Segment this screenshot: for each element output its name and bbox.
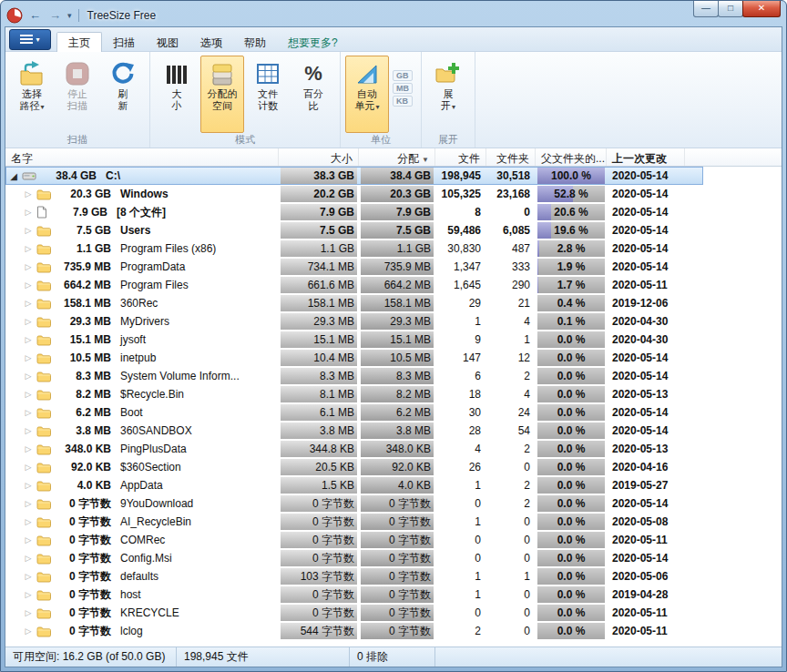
back-icon[interactable]: ← <box>27 8 43 22</box>
cell-allocated: 735.9 MB <box>359 258 435 276</box>
folder-icon <box>36 425 51 437</box>
expand-icon[interactable]: ▷ <box>24 317 33 326</box>
table-row[interactable]: ▷6.2 MBBoot6.1 MB6.2 MB30240.0 %2020-05-… <box>5 403 703 422</box>
auto-units-button[interactable]: 自动单元▾ <box>345 56 389 133</box>
expand-icon[interactable]: ▷ <box>24 590 33 599</box>
expand-icon[interactable]: ▷ <box>24 626 33 636</box>
toolbar-dropdown-icon[interactable]: ▾ <box>67 11 72 20</box>
expand-icon[interactable]: ▷ <box>24 572 33 581</box>
expand-icon[interactable]: ▷ <box>24 390 33 399</box>
table-row[interactable]: ▷158.1 MB360Rec158.1 MB158.1 MB29210.4 %… <box>5 294 703 312</box>
table-row[interactable]: ▷0 字节数KRECYCLE0 字节数0 字节数000.0 %2020-05-1… <box>5 604 703 622</box>
refresh-button[interactable]: 刷新 <box>101 56 145 133</box>
cell-allocated: 0 字节数 <box>359 585 435 604</box>
table-row[interactable]: ▷92.0 KB$360Section20.5 KB92.0 KB2600.0 … <box>5 458 703 476</box>
expand-icon[interactable]: ▷ <box>24 463 33 472</box>
table-row[interactable]: ▷0 字节数COMRec0 字节数0 字节数000.0 %2020-05-11 <box>5 531 703 549</box>
tab-scan[interactable]: 扫描 <box>102 33 146 54</box>
column-header-last-change[interactable]: 上一次更改 <box>607 148 685 166</box>
size-mode-button[interactable]: 大小 <box>155 56 199 133</box>
unit-kb-label[interactable]: KB <box>393 96 413 107</box>
expand-icon[interactable]: ▷ <box>24 554 33 563</box>
expand-icon[interactable]: ▷ <box>24 408 33 417</box>
allocated-space-button[interactable]: 分配的空间 <box>200 56 244 133</box>
cell-parent-pct: 0.0 % <box>536 567 607 585</box>
table-row[interactable]: ▷8.3 MBSystem Volume Inform...8.3 MB8.3 … <box>5 367 703 385</box>
cell-last-change: 2020-05-14 <box>607 403 685 422</box>
table-row[interactable]: ▷0 字节数host0 字节数0 字节数100.0 %2019-04-28 <box>5 585 703 604</box>
table-row[interactable]: ▷8.2 MB$Recycle.Bin8.1 MB8.2 MB1840.0 %2… <box>5 385 703 403</box>
expand-icon[interactable]: ▷ <box>24 244 33 253</box>
expand-icon[interactable]: ▷ <box>24 444 33 453</box>
cell-name: ▷92.0 KB$360Section <box>5 458 279 476</box>
table-row[interactable]: ▷1.1 GBProgram Files (x86)1.1 GB1.1 GB30… <box>5 239 703 258</box>
table-row[interactable]: ▷4.0 KBAppData1.5 KB4.0 KB120.0 %2019-05… <box>5 476 703 494</box>
expand-icon[interactable]: ▷ <box>24 226 33 235</box>
table-row[interactable]: ▷10.5 MBinetpub10.4 MB10.5 MB147120.0 %2… <box>5 349 703 367</box>
expand-icon[interactable]: ▷ <box>24 208 33 217</box>
expand-icon[interactable]: ▷ <box>24 499 33 508</box>
unit-gb-label[interactable]: GB <box>393 70 413 81</box>
table-row[interactable]: ▷348.0 KBPingPlusData344.8 KB348.0 KB420… <box>5 440 703 458</box>
row-name: Config.Msi <box>120 552 172 565</box>
table-row[interactable]: ▷0 字节数lclog544 字节数0 字节数200.0 %2020-05-11 <box>5 622 703 640</box>
table-row[interactable]: ▷735.9 MBProgramData734.1 MB735.9 MB1,34… <box>5 258 703 276</box>
percent-mode-label: 百分比 <box>303 88 323 112</box>
tab-view[interactable]: 视图 <box>146 33 189 54</box>
minimize-button[interactable]: — <box>693 1 719 17</box>
expand-icon[interactable]: ▷ <box>24 426 33 435</box>
file-count-button[interactable]: 文件计数 <box>246 56 290 133</box>
forward-icon[interactable]: → <box>47 8 63 22</box>
expand-icon[interactable]: ▷ <box>24 353 33 362</box>
folder-icon <box>36 243 51 255</box>
application-menu-button[interactable]: ▾ <box>9 29 51 50</box>
table-row[interactable]: ▷7.9 GB[8 个文件]7.9 GB7.9 GB8020.6 %2020-0… <box>5 203 703 221</box>
column-header-size[interactable]: 大小 <box>279 148 359 166</box>
select-path-button[interactable]: 选择路径▾ <box>10 56 54 133</box>
cell-size: 10.4 MB <box>279 349 359 367</box>
collapse-icon[interactable]: ◢ <box>9 171 18 181</box>
column-header-parent-pct[interactable]: 父文件夹的... <box>536 148 607 166</box>
expand-button[interactable]: 展开▾ <box>426 56 470 133</box>
table-row[interactable]: ▷0 字节数9YouDownload0 字节数0 字节数020.0 %2020-… <box>5 494 703 513</box>
table-row[interactable]: ▷664.2 MBProgram Files661.6 MB664.2 MB1,… <box>5 276 703 294</box>
table-row[interactable]: ▷15.1 MBjysoft15.1 MB15.1 MB910.0 %2020-… <box>5 331 703 349</box>
cell-parent-pct: 0.0 % <box>536 549 607 567</box>
expand-icon[interactable]: ▷ <box>24 335 33 344</box>
expand-icon[interactable]: ▷ <box>24 608 33 617</box>
tab-help[interactable]: 帮助 <box>233 33 277 54</box>
expand-icon[interactable]: ▷ <box>24 262 33 271</box>
close-button[interactable]: ✕ <box>742 1 781 17</box>
table-row[interactable]: ▷0 字节数AI_RecycleBin0 字节数0 字节数100.0 %2020… <box>5 513 703 531</box>
table-row[interactable]: ▷3.8 MB360SANDBOX3.8 MB3.8 MB28540.0 %20… <box>5 422 703 440</box>
row-name: Windows <box>120 188 169 200</box>
row-size-label: 158.1 MB <box>55 297 111 310</box>
expand-icon[interactable]: ▷ <box>24 535 33 545</box>
table-row[interactable]: ▷7.5 GBUsers7.5 GB7.5 GB59,4866,08519.6 … <box>5 221 703 239</box>
table-row[interactable]: ▷0 字节数Config.Msi0 字节数0 字节数000.0 %2020-05… <box>5 549 703 567</box>
tab-options[interactable]: 选项 <box>189 33 233 54</box>
expand-icon[interactable]: ▷ <box>24 517 33 526</box>
expand-icon[interactable]: ▷ <box>24 189 33 199</box>
expand-icon[interactable]: ▷ <box>24 299 33 308</box>
column-header-files[interactable]: 文件 <box>435 148 486 166</box>
expand-icon[interactable]: ▷ <box>24 280 33 290</box>
column-header-allocated[interactable]: 分配▼ <box>359 148 435 166</box>
table-row[interactable]: ▷20.3 GBWindows20.2 GB20.3 GB105,32523,1… <box>5 185 703 203</box>
cell-last-change: 2020-04-30 <box>607 331 685 349</box>
maximize-button[interactable]: □ <box>718 1 743 17</box>
expand-icon[interactable]: ▷ <box>24 481 33 490</box>
column-header-folders[interactable]: 文件夹 <box>486 148 536 166</box>
table-row[interactable]: ▷29.3 MBMyDrivers29.3 MB29.3 MB140.1 %20… <box>5 312 703 331</box>
cell-allocated: 4.0 KB <box>359 476 435 494</box>
column-header-name[interactable]: 名字 <box>5 148 279 166</box>
table-row[interactable]: ◢38.4 GBC:\38.3 GB38.4 GB198,94530,51810… <box>5 167 703 185</box>
dropdown-arrow-icon: ▾ <box>40 103 44 111</box>
select-path-label: 选择路径▾ <box>19 88 44 113</box>
expand-icon[interactable]: ▷ <box>24 372 33 381</box>
tab-want-more[interactable]: 想要更多? <box>277 33 349 54</box>
table-header: 名字 大小 分配▼ 文件 文件夹 父文件夹的... 上一次更改 <box>5 148 782 167</box>
table-row[interactable]: ▷0 字节数defaults103 字节数0 字节数110.0 %2020-05… <box>5 567 703 585</box>
unit-mb-label[interactable]: MB <box>393 83 413 94</box>
percent-mode-button[interactable]: % 百分比 <box>291 56 335 133</box>
